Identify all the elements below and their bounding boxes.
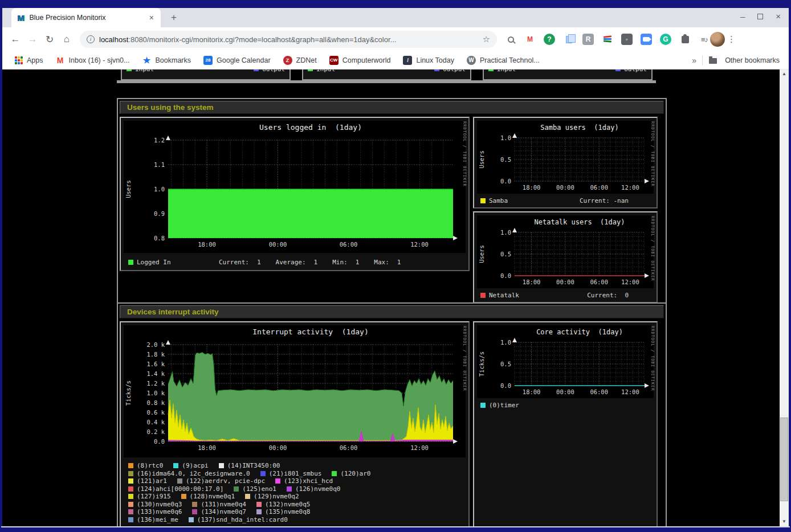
copy-pages-extension[interactable] <box>563 34 574 45</box>
grammarly-extension[interactable]: G <box>660 34 671 45</box>
svg-text:0.0: 0.0 <box>500 382 511 389</box>
svg-text:12:00: 12:00 <box>621 184 639 191</box>
new-tab-button[interactable]: + <box>171 12 177 23</box>
cal-icon: 28 <box>203 56 213 65</box>
svg-text:00:00: 00:00 <box>269 444 287 451</box>
interrupt-legend-item: (136)mei_me <box>128 516 178 524</box>
legend-output: Output <box>254 69 285 73</box>
bookmarks-overflow-chevron[interactable]: » <box>692 56 696 65</box>
search-extension[interactable] <box>505 34 516 45</box>
svg-text:0.5: 0.5 <box>500 156 511 163</box>
samba-users-graph[interactable]: 0.00.51.018:0000:0006:0012:00Samba users… <box>473 117 658 208</box>
window-close-button[interactable]: × <box>776 11 781 21</box>
url-path: :8080/monitorix-cgi/monitorix.cgi?mode=l… <box>128 35 396 44</box>
section-header-interrupts: Devices interrupt activity <box>120 305 664 318</box>
scroll-down-arrow[interactable]: ▼ <box>780 517 789 526</box>
vertical-scrollbar[interactable]: ▲ ▼ <box>780 69 789 526</box>
svg-text:00:00: 00:00 <box>556 388 574 395</box>
svg-text:1.6 k: 1.6 k <box>146 361 165 367</box>
window-titlebar <box>1 0 790 8</box>
bookmark-star-icon[interactable]: ☆ <box>483 34 490 44</box>
playlist-extension[interactable]: ≡♪ <box>699 34 710 45</box>
bookmark-lt[interactable]: lLinux Today <box>403 56 454 65</box>
svg-text:18:00: 18:00 <box>198 241 216 248</box>
browser-tab[interactable]: M Blue Precision Monitorix × <box>11 8 161 27</box>
lt-icon: l <box>403 56 412 65</box>
interrupt-legend-item: (130)nvme0q3 <box>128 501 182 509</box>
interrupt-activity-graph[interactable]: 0.00.2 k0.4 k0.6 k0.8 k1.0 k1.2 k1.4 k1.… <box>120 321 470 527</box>
cutoff-graph-panel[interactable]: InputOutput <box>302 69 471 80</box>
window-minimize-button[interactable]: – <box>740 11 745 21</box>
scrollbar-thumb[interactable] <box>780 418 788 501</box>
monitorix-favicon: M <box>17 13 25 23</box>
forward-button[interactable]: → <box>24 34 41 45</box>
svg-text:Netatalk users (1day): Netatalk users (1day) <box>535 218 625 226</box>
interrupt-legend-item: (8)rtc0 <box>128 462 163 470</box>
books-extension[interactable] <box>602 34 613 45</box>
svg-text:0.6 k: 0.6 k <box>146 409 165 416</box>
cutoff-graph-panel[interactable]: InputOutput <box>121 69 291 80</box>
svg-text:12:00: 12:00 <box>621 388 639 395</box>
svg-text:12:00: 12:00 <box>621 279 639 285</box>
tab-title: Blue Precision Monitorix <box>30 14 148 22</box>
svg-text:1.0: 1.0 <box>500 229 511 236</box>
samba-users-chart: 0.00.51.018:0000:0006:0012:00Samba users… <box>477 121 654 194</box>
bookmark-star[interactable]: ★Bookmarks <box>142 56 191 65</box>
legend-input: Input <box>127 69 154 73</box>
rrdtool-caption: RRDTOOL / TOBI OETIKER <box>462 326 467 391</box>
interrupt-legend-item: (16)idma64.0, i2c_designware.0 <box>128 470 250 478</box>
svg-text:0.5: 0.5 <box>500 361 511 367</box>
netatalk-users-graph[interactable]: 0.00.51.018:0000:0006:0012:00Netatalk us… <box>473 211 658 303</box>
interrupt-legend-item: (124)ahci[0000:00:17.0] <box>128 485 223 493</box>
zoom-extension[interactable] <box>641 34 652 45</box>
profile-avatar[interactable] <box>710 32 725 47</box>
window-maximize-button[interactable] <box>757 14 763 19</box>
roboform-extension[interactable]: R <box>582 34 594 45</box>
address-bar[interactable]: i localhost:8080/monitorix-cgi/monitorix… <box>80 31 497 48</box>
apps-icon <box>15 56 23 64</box>
svg-text:06:00: 06:00 <box>590 279 608 285</box>
legend-output: Output <box>615 69 647 73</box>
svg-text:18:00: 18:00 <box>198 444 216 451</box>
core-activity-graph[interactable]: 0.00.51.018:0000:0006:0012:00Core activi… <box>473 321 658 527</box>
svg-text:12:00: 12:00 <box>410 241 429 248</box>
chat-help-extension[interactable]: ? <box>544 34 555 45</box>
bookmark-wp[interactable]: WPractical Technol... <box>467 56 540 65</box>
bookmark-apps[interactable]: Apps <box>15 56 43 64</box>
keeper-extension[interactable]: ◦ <box>621 34 633 45</box>
bookmark-zdnet[interactable]: ZZDNet <box>283 56 317 65</box>
url-text[interactable]: localhost:8080/monitorix-cgi/monitorix.c… <box>99 35 478 44</box>
section-interrupts: Devices interrupt activity 0.00.2 k0.4 k… <box>117 302 667 530</box>
users-logged-in-graph[interactable]: 0.80.91.01.11.218:0000:0006:0012:00Users… <box>120 117 470 271</box>
scroll-up-arrow[interactable]: ▲ <box>780 69 789 79</box>
home-button[interactable]: ⌂ <box>58 34 75 45</box>
users-logged-in-chart: 0.80.91.01.11.218:0000:0006:0012:00Users… <box>124 121 466 253</box>
interrupt-legend-item: (9)acpi <box>173 462 208 470</box>
bookmark-cw[interactable]: CWComputerworld <box>329 56 391 65</box>
svg-text:0.9: 0.9 <box>154 210 165 217</box>
gmail-extension[interactable]: M <box>524 34 536 45</box>
bookmarks-bar: AppsMInbox (16) - sjvn0...★Bookmarks28Go… <box>2 51 789 69</box>
other-bookmarks[interactable]: Other bookmarks <box>708 56 780 65</box>
tab-close-icon[interactable]: × <box>148 13 155 22</box>
core-legend: (0)timer <box>480 402 648 409</box>
monitorix-page: InputOutput InputOutput InputOutput User… <box>2 69 780 526</box>
reload-button[interactable]: ↻ <box>41 34 58 46</box>
extensions-puzzle-icon[interactable] <box>679 34 691 45</box>
svg-text:Users: Users <box>478 150 485 169</box>
interrupt-legend-item: (120)ar0 <box>332 470 370 478</box>
svg-text:1.0: 1.0 <box>154 186 165 193</box>
page-info-icon[interactable]: i <box>87 35 95 43</box>
cutoff-graph-panel[interactable]: InputOutput <box>483 69 653 80</box>
svg-text:0.8: 0.8 <box>154 235 165 242</box>
rrdtool-caption: RRDTOOL / TOBI OETIKER <box>650 121 655 187</box>
svg-text:0.0: 0.0 <box>500 178 511 185</box>
svg-text:2.0 k: 2.0 k <box>146 341 165 348</box>
interrupt-legend-item: (129)nvme0q2 <box>245 493 299 501</box>
back-button[interactable]: ← <box>7 34 24 45</box>
bookmark-cal[interactable]: 28Google Calendar <box>203 56 271 65</box>
extensions-row: M?R◦G≡♪ <box>505 34 710 45</box>
svg-text:0.0: 0.0 <box>154 438 165 445</box>
browser-menu-icon[interactable]: ⋮ <box>727 34 736 44</box>
bookmark-gmail[interactable]: MInbox (16) - sjvn0... <box>56 56 130 65</box>
